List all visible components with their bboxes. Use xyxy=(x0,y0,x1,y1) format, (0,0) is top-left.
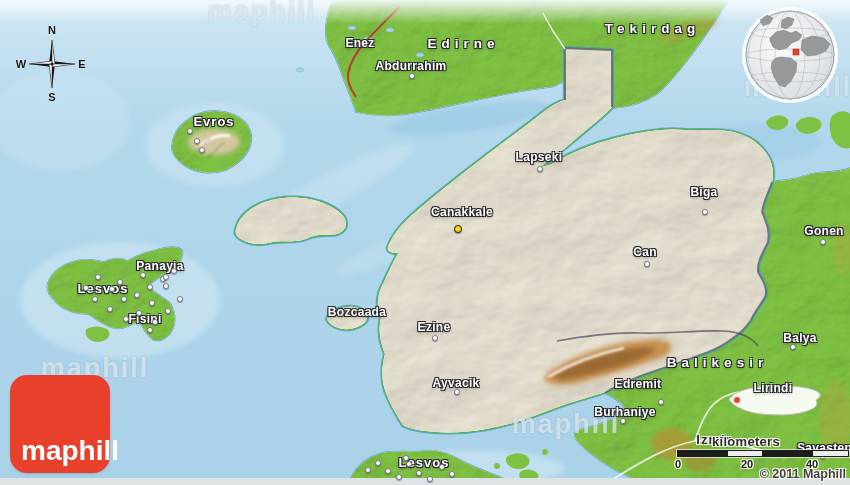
map-bottom-strip xyxy=(0,478,850,485)
scalebar-tick: 20 xyxy=(741,458,753,470)
maphill-logo-text: maphill xyxy=(21,435,119,467)
copyright-notice: © 2011 Maphill xyxy=(760,467,846,481)
map-viewport[interactable]: maphillmaphillmaphillmaphill EdirneTekir… xyxy=(0,0,850,485)
scalebar-segments xyxy=(677,450,849,457)
compass-east-label: E xyxy=(78,58,85,70)
maphill-logo[interactable]: maphill xyxy=(10,375,110,473)
map-canvas[interactable] xyxy=(0,0,850,485)
compass-rose-icon: N S W E xyxy=(4,18,100,110)
compass-west-label: W xyxy=(16,58,26,70)
compass-south-label: S xyxy=(48,91,55,103)
scalebar-unit-label: kilometers xyxy=(712,434,780,449)
scalebar-tick: 0 xyxy=(675,458,681,470)
compass-north-label: N xyxy=(48,24,56,36)
